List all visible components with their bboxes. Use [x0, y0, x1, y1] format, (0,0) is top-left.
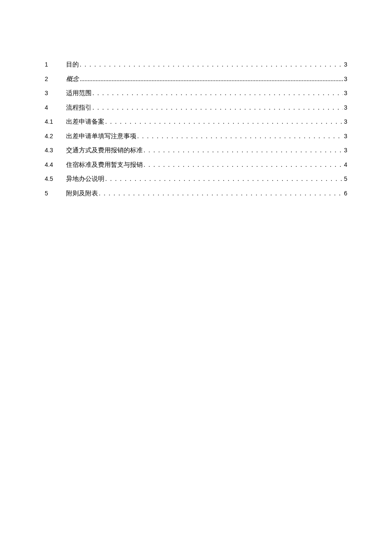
toc-entry-number: 4.5: [45, 174, 66, 183]
toc-entry-number: 1: [45, 60, 66, 69]
toc-entry-title: 出差申请单填写注意事项: [66, 131, 136, 141]
toc-leader: [92, 103, 343, 113]
toc-entry[interactable]: 4.4 住宿标准及费用暂支与报销 4: [45, 160, 347, 170]
toc-entry-title: 出差申请备案: [66, 117, 104, 127]
toc-entry-title: 附则及附表: [66, 189, 98, 198]
table-of-contents: 1 目的 3 2 概念 3 3 适用范围 3 4 流程指引 3 4.1 出差申请…: [45, 60, 347, 198]
toc-entry[interactable]: 5 附则及附表 6: [45, 189, 347, 198]
toc-entry-page: 3: [344, 117, 347, 126]
toc-entry-page: 6: [344, 189, 347, 198]
toc-entry-page: 3: [344, 132, 347, 141]
toc-leader: [99, 189, 343, 198]
toc-entry-number: 4.2: [45, 132, 66, 141]
toc-leader: [144, 145, 343, 155]
toc-leader: [144, 160, 343, 170]
toc-leader: [80, 74, 343, 84]
toc-entry-page: 4: [344, 160, 347, 169]
toc-leader: [92, 88, 343, 98]
toc-entry-page: 3: [344, 60, 347, 69]
toc-entry-number: 5: [45, 189, 66, 198]
toc-entry[interactable]: 4.2 出差申请单填写注意事项 3: [45, 131, 347, 141]
toc-entry-number: 4.4: [45, 160, 66, 169]
toc-entry-number: 4: [45, 103, 66, 112]
toc-leader: [105, 117, 343, 127]
toc-entry-page: 3: [344, 103, 347, 112]
toc-leader: [80, 60, 343, 70]
toc-entry-page: 3: [344, 75, 347, 84]
toc-entry-page: 3: [344, 89, 347, 98]
toc-entry-number: 3: [45, 89, 66, 98]
toc-entry-title: 异地办公说明: [66, 174, 104, 184]
toc-entry-title: 适用范围: [66, 88, 92, 98]
toc-leader: [137, 131, 343, 141]
toc-entry-title: 交通方式及费用报销的标准: [66, 145, 143, 155]
toc-entry-page: 5: [344, 174, 347, 183]
toc-entry[interactable]: 4.1 出差申请备案 3: [45, 117, 347, 127]
toc-entry[interactable]: 4.3 交通方式及费用报销的标准 3: [45, 145, 347, 155]
toc-entry[interactable]: 4 流程指引 3: [45, 103, 347, 113]
toc-entry-number: 2: [45, 75, 66, 84]
toc-entry-title: 住宿标准及费用暂支与报销: [66, 160, 143, 170]
toc-entry[interactable]: 1 目的 3: [45, 60, 347, 70]
toc-entry-title: 流程指引: [66, 103, 92, 113]
toc-entry-number: 4.3: [45, 146, 66, 155]
toc-entry[interactable]: 4.5 异地办公说明 5: [45, 174, 347, 184]
toc-leader: [105, 174, 343, 184]
toc-entry-number: 4.1: [45, 117, 66, 126]
toc-entry-title: 概念: [66, 74, 79, 84]
toc-entry[interactable]: 3 适用范围 3: [45, 88, 347, 98]
toc-entry-page: 3: [344, 146, 347, 155]
toc-entry-title: 目的: [66, 60, 79, 70]
toc-entry[interactable]: 2 概念 3: [45, 74, 347, 84]
